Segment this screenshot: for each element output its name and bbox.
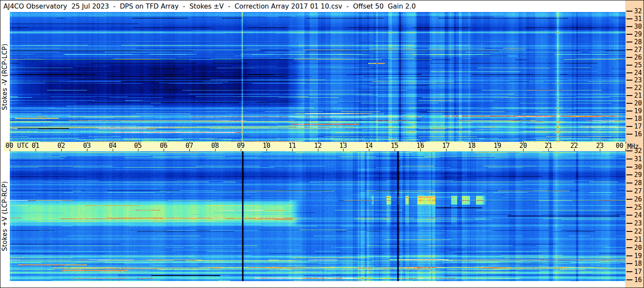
- hour-tick-label: 00: [611, 142, 623, 149]
- hour-tick-label: 02: [55, 142, 68, 149]
- hour-tick-label: 04: [106, 142, 119, 149]
- freq-tick-label: 18: [634, 115, 644, 123]
- spectrograph-window: AJ4CO Observatory 25 Jul 2023 - DPS on T…: [0, 0, 644, 288]
- freq-tick-label: 31: [634, 15, 644, 23]
- hour-tick-label: 17: [440, 142, 452, 149]
- freq-tick-label: 19: [634, 107, 644, 115]
- hour-tick-label: 11: [286, 142, 299, 149]
- freq-tick-label: 20: [634, 99, 644, 107]
- freq-tick-label: 22: [634, 84, 644, 92]
- freq-tick-label: 16: [634, 276, 644, 284]
- freq-tick-label: 29: [634, 171, 644, 179]
- freq-tick-mark: [626, 150, 632, 151]
- freq-tick-mark: [626, 159, 632, 159]
- freq-tick-mark: [626, 191, 632, 192]
- freq-tick-label: 32: [634, 147, 644, 155]
- freq-tick-mark: [626, 42, 632, 42]
- freq-tick-mark: [626, 80, 632, 81]
- freq-tick-mark: [626, 247, 632, 248]
- freq-tick-label: 27: [634, 187, 644, 195]
- freq-tick-mark: [626, 118, 632, 119]
- hour-tick-label: 22: [568, 142, 581, 149]
- spectrogram-stokes-pos-v: [10, 151, 626, 281]
- hour-tick-bottom: [626, 149, 626, 151]
- spectrogram-stokes-neg-v: [10, 12, 626, 142]
- freq-tick-label: 19: [634, 252, 644, 260]
- freq-tick-mark: [626, 263, 632, 264]
- hour-tick-label: 20: [517, 142, 530, 149]
- freq-tick-mark: [626, 57, 632, 58]
- hour-tick-label: 07: [183, 142, 196, 149]
- hour-tick-label: 01: [29, 142, 42, 149]
- freq-tick-label: 16: [634, 130, 644, 138]
- hour-tick-label: 06: [157, 142, 170, 149]
- freq-tick-mark: [626, 207, 632, 208]
- freq-tick-label: 18: [634, 260, 644, 267]
- freq-tick-mark: [626, 134, 632, 135]
- freq-tick-label: 23: [634, 76, 644, 84]
- freq-tick-mark: [626, 87, 632, 88]
- freq-tick-mark: [626, 239, 632, 240]
- panel-label-stokes-neg-v: Stokes -V (RCP-LCP): [1, 12, 10, 142]
- freq-tick-label: 17: [634, 123, 644, 130]
- freq-tick-mark: [626, 49, 632, 50]
- freq-tick-label: 24: [634, 69, 644, 77]
- freq-tick-label: 30: [634, 163, 644, 171]
- freq-tick-mark: [626, 271, 632, 272]
- freq-tick-label: 21: [634, 236, 644, 243]
- freq-tick-label: 32: [634, 7, 644, 15]
- freq-tick-label: 27: [634, 46, 644, 54]
- freq-tick-label: 20: [634, 244, 644, 252]
- freq-tick-mark: [626, 65, 632, 66]
- hour-tick-label: 15: [388, 142, 401, 149]
- freq-tick-mark: [626, 231, 632, 232]
- freq-tick-label: 23: [634, 219, 644, 227]
- hour-tick-label: 13: [337, 142, 350, 149]
- hour-tick-label: 23: [593, 142, 606, 149]
- hour-tick-label: 10: [260, 142, 273, 149]
- freq-tick-label: 26: [634, 195, 644, 203]
- freq-tick-mark: [626, 18, 632, 19]
- freq-tick-mark: [626, 72, 632, 73]
- freq-tick-label: 22: [634, 228, 644, 235]
- freq-tick-mark: [626, 223, 632, 224]
- freq-tick-mark: [626, 11, 632, 12]
- hour-tick-label: 16: [414, 142, 427, 149]
- freq-tick-label: 26: [634, 54, 644, 61]
- hour-tick-label: 08: [209, 142, 222, 149]
- hour-tick-label: 09: [234, 142, 247, 149]
- hour-tick-label: 19: [491, 142, 504, 149]
- freq-tick-label: 31: [634, 155, 644, 163]
- freq-tick-label: 28: [634, 38, 644, 46]
- freq-tick-label: 21: [634, 92, 644, 99]
- freq-tick-label: 29: [634, 30, 644, 38]
- freq-tick-label: 17: [634, 268, 644, 276]
- freq-tick-label: 28: [634, 179, 644, 187]
- hour-tick-top: [626, 142, 626, 144]
- freq-tick-mark: [626, 95, 632, 96]
- freq-tick-mark: [626, 183, 632, 183]
- hour-tick-label: 18: [465, 142, 478, 149]
- hour-tick-label: 21: [542, 142, 555, 149]
- freq-tick-label: 25: [634, 61, 644, 69]
- freq-tick-mark: [626, 199, 632, 200]
- freq-tick-label: 25: [634, 204, 644, 211]
- freq-tick-mark: [626, 167, 632, 168]
- freq-tick-mark: [626, 279, 632, 280]
- hour-tick-label: 14: [362, 142, 375, 149]
- hour-tick-label: 12: [312, 142, 324, 149]
- page-title: AJ4CO Observatory 25 Jul 2023 - DPS on T…: [1, 1, 625, 12]
- hour-tick-label: 05: [132, 142, 144, 149]
- freq-tick-mark: [626, 215, 632, 216]
- hour-tick-label: 03: [81, 142, 93, 149]
- panel-label-stokes-pos-v: Stokes +V (LCP-RCP): [1, 151, 10, 281]
- freq-tick-mark: [626, 34, 632, 35]
- freq-tick-mark: [626, 26, 632, 27]
- freq-tick-mark: [626, 103, 632, 104]
- freq-tick-mark: [626, 255, 632, 256]
- freq-tick-mark: [626, 126, 632, 127]
- freq-tick-mark: [626, 111, 632, 111]
- freq-tick-label: 24: [634, 211, 644, 219]
- freq-tick-label: 30: [634, 23, 644, 30]
- freq-tick-mark: [626, 174, 632, 175]
